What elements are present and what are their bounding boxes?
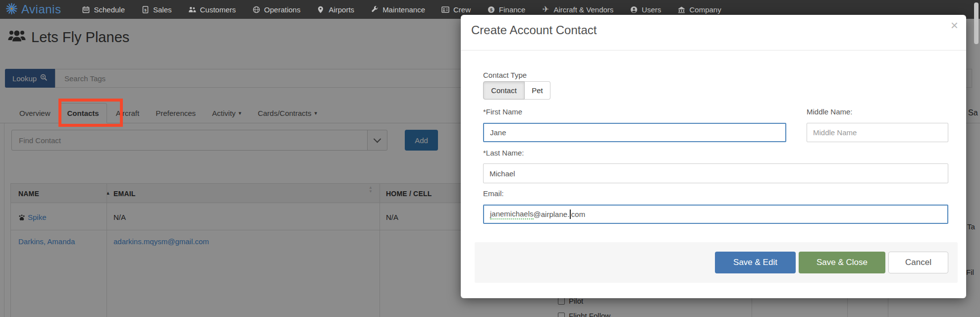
email-value-middle: @airplane.: [534, 210, 570, 218]
nav-item-crew[interactable]: Crew: [441, 5, 471, 14]
nav-item-maintenance[interactable]: Maintenance: [371, 5, 425, 14]
contact-type-option-contact[interactable]: Contact: [483, 81, 525, 100]
first-name-field[interactable]: [483, 123, 786, 142]
middle-name-field[interactable]: [807, 123, 948, 142]
email-value-after-cursor: com: [571, 210, 585, 218]
avianis-logo-icon: [6, 3, 17, 16]
nav-item-label: Aircraft & Vendors: [553, 5, 613, 14]
nav-item-sales[interactable]: $ Sales: [141, 5, 172, 14]
nav-item-label: Maintenance: [382, 5, 425, 14]
middle-name-label: Middle Name:: [807, 107, 853, 116]
plane-icon: ✈: [542, 5, 549, 13]
nav-item-customers[interactable]: Customers: [188, 5, 236, 14]
vertical-scrollbar[interactable]: [974, 2, 979, 44]
globe-icon: [252, 5, 260, 13]
contact-type-toggle: Contact Pet: [483, 81, 550, 100]
email-label: Email:: [483, 189, 504, 198]
people-icon: [188, 5, 196, 13]
contact-type-option-pet[interactable]: Pet: [525, 81, 550, 100]
nav-item-label: Crew: [453, 5, 471, 14]
nav-item-label: Company: [689, 5, 721, 14]
id-card-icon: [441, 5, 449, 13]
modal-title: Create Account Contact: [471, 23, 597, 37]
nav-item-aircraft-vendors[interactable]: ✈ Aircraft & Vendors: [542, 5, 613, 14]
screen: Lets Fly Planes Lookup Overview Contacts…: [0, 0, 980, 317]
nav-item-schedule[interactable]: Schedule: [82, 5, 125, 14]
save-and-edit-button[interactable]: Save & Edit: [715, 252, 796, 273]
nav-item-label: Users: [642, 5, 661, 14]
nav-item-company[interactable]: Company: [677, 5, 721, 14]
nav-item-label: Operations: [264, 5, 300, 14]
nav-item-label: Sales: [153, 5, 172, 14]
bank-icon: [677, 5, 685, 13]
brand[interactable]: Avianis: [6, 2, 61, 16]
nav-item-operations[interactable]: Operations: [252, 5, 300, 14]
last-name-field[interactable]: [483, 163, 948, 183]
email-value-misspelled-part: janemichaels: [490, 210, 534, 219]
svg-text:$: $: [490, 7, 492, 12]
modal-header: Create Account Contact ×: [461, 15, 966, 51]
last-name-label: *Last Name:: [483, 149, 524, 157]
close-icon[interactable]: ×: [951, 19, 958, 32]
nav-item-label: Customers: [200, 5, 236, 14]
annotation-highlight-box: [58, 99, 123, 127]
nav-item-finance[interactable]: $ Finance: [487, 5, 525, 14]
cancel-button[interactable]: Cancel: [888, 252, 948, 273]
save-and-close-button[interactable]: Save & Close: [799, 252, 885, 273]
brand-name: Avianis: [21, 2, 61, 16]
nav-item-label: Finance: [499, 5, 525, 14]
email-field[interactable]: janemichaels@airplane.com: [483, 205, 948, 224]
text-cursor: [570, 210, 571, 219]
calendar-icon: [82, 5, 90, 13]
modal-footer: Save & Edit Save & Close Cancel: [475, 242, 958, 283]
svg-text:$: $: [144, 7, 147, 12]
first-name-label: *First Name: [483, 107, 522, 116]
contact-type-label: Contact Type: [483, 71, 527, 79]
nav-item-label: Airports: [328, 5, 354, 14]
nav-item-airports[interactable]: Airports: [317, 5, 354, 14]
map-pin-icon: [317, 5, 325, 13]
create-account-contact-modal: Create Account Contact × Contact Type Co…: [461, 15, 966, 298]
dollar-circle-icon: $: [487, 5, 495, 13]
invoice-icon: $: [141, 5, 149, 13]
wrench-icon: [371, 5, 379, 13]
nav-item-users[interactable]: Users: [630, 5, 661, 14]
nav-item-label: Schedule: [94, 5, 125, 14]
user-circle-icon: [630, 5, 638, 13]
